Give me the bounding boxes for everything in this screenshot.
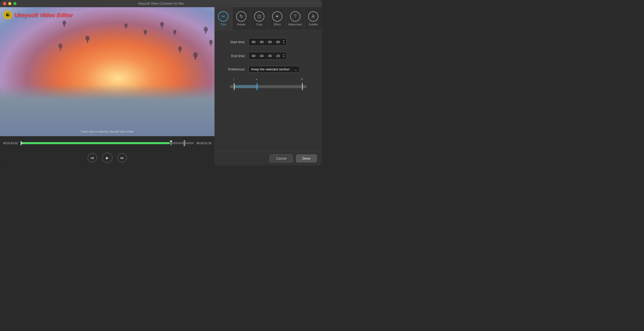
start-time-input[interactable]: : : : ▲ ▼ <box>248 38 287 46</box>
tab-effect-label: Effect <box>274 23 281 26</box>
trim-selected-region <box>234 85 257 88</box>
app-title: Ukeysoft Video Converter for Mac <box>138 2 184 5</box>
timeline-thumb[interactable] <box>169 141 173 146</box>
svg-rect-15 <box>126 27 126 29</box>
svg-rect-9 <box>210 44 211 46</box>
svg-point-0 <box>62 21 66 25</box>
close-button[interactable] <box>3 2 6 5</box>
trim-left-handle[interactable]: ] <box>234 83 235 90</box>
done-button[interactable]: Done <box>296 154 317 162</box>
balloons-decoration <box>0 7 214 136</box>
end-time-up[interactable]: ▲ <box>282 53 285 56</box>
tab-watermark[interactable]: ⊤ Watermark <box>286 7 304 30</box>
tab-subtitle[interactable]: A Subtitle <box>304 7 322 30</box>
svg-rect-19 <box>180 51 181 52</box>
end-seconds[interactable] <box>266 54 273 58</box>
svg-point-14 <box>124 23 128 27</box>
trim-play-position[interactable]: ▸ <box>257 83 257 90</box>
timeline-left-handle[interactable] <box>21 141 23 146</box>
timeline-track[interactable] <box>21 142 194 144</box>
trim-play-label: ▸ <box>256 78 257 81</box>
end-time-input[interactable]: : : : ▲ ▼ <box>248 52 287 60</box>
svg-point-10 <box>144 30 147 34</box>
end-hours[interactable] <box>250 54 257 58</box>
tab-effect[interactable]: ✦ Effect <box>268 7 286 30</box>
video-title: Ukeysoft Video Editor <box>14 12 73 19</box>
maximize-button[interactable] <box>13 2 16 5</box>
trim-bar-area: ] ▸ R <box>225 79 312 94</box>
svg-point-20 <box>58 43 62 49</box>
start-time-up[interactable]: ▲ <box>282 39 285 42</box>
start-time-down[interactable]: ▼ <box>282 42 285 44</box>
effect-icon: ✦ <box>272 11 282 22</box>
watermark-icon: ⊤ <box>290 11 300 22</box>
svg-rect-13 <box>87 41 88 43</box>
timeline-end-marker[interactable] <box>184 140 185 146</box>
tab-trim[interactable]: ✂ Trim <box>214 7 232 30</box>
svg-point-18 <box>178 46 182 51</box>
video-area: ☯ Ukeysoft Video Editor Travel video is … <box>0 7 214 136</box>
cancel-button[interactable]: Cancel <box>270 154 293 162</box>
start-seconds[interactable] <box>266 40 273 44</box>
next-button[interactable]: ⏭ <box>118 153 127 162</box>
end-ms[interactable] <box>275 54 281 58</box>
svg-point-12 <box>85 36 90 41</box>
title-bar: Ukeysoft Video Converter for Mac <box>0 0 322 7</box>
svg-rect-1 <box>64 25 65 27</box>
rotate-icon: ↻ <box>236 11 246 22</box>
controls-area: ⏮ ▶ ⏭ <box>0 150 214 166</box>
tab-watermark-label: Watermark <box>288 23 302 26</box>
preference-select-wrapper: Keep the selected section Delete the sel… <box>248 66 300 73</box>
end-time-label: End time: <box>225 54 245 58</box>
svg-rect-7 <box>205 32 206 34</box>
video-subtitle: Travel video is edited by Ukeysoft Video… <box>81 130 134 133</box>
tab-crop[interactable]: ⊡ Crop <box>251 7 269 30</box>
svg-point-6 <box>204 27 208 32</box>
svg-rect-11 <box>145 34 146 35</box>
svg-text:☯: ☯ <box>6 12 10 17</box>
svg-point-16 <box>193 52 198 58</box>
end-minutes[interactable] <box>258 54 265 58</box>
start-ms[interactable] <box>275 40 281 44</box>
svg-rect-17 <box>195 58 196 60</box>
play-button[interactable]: ▶ <box>102 153 112 163</box>
trim-track[interactable]: ] ▸ R <box>230 85 307 88</box>
end-time-down[interactable]: ▼ <box>282 56 285 58</box>
svg-point-2 <box>160 22 164 26</box>
right-panel: ✂ Trim ↻ Rotate ⊡ Crop ✦ Effect ⊤ Waterm… <box>214 7 322 166</box>
tab-trim-label: Trim <box>221 23 226 26</box>
video-panel: ☯ Ukeysoft Video Editor Travel video is … <box>0 7 214 166</box>
settings-panel: Start time: : : : ▲ ▼ End time: <box>214 30 322 151</box>
tab-rotate-label: Rotate <box>237 23 245 26</box>
traffic-lights <box>3 2 16 5</box>
start-hours[interactable] <box>250 40 257 44</box>
next-icon: ⏭ <box>120 156 124 160</box>
svg-point-4 <box>173 30 176 34</box>
svg-rect-3 <box>162 26 163 28</box>
timeline-progress <box>21 142 169 144</box>
end-time-row: End time: : : : ▲ ▼ <box>225 52 312 60</box>
bottom-buttons: Cancel Done <box>214 151 322 166</box>
end-time-label: 00:00:52.20 <box>196 142 211 145</box>
toolbar-tabs: ✂ Trim ↻ Rotate ⊡ Crop ✦ Effect ⊤ Waterm… <box>214 7 322 30</box>
end-time-spinner: ▲ ▼ <box>282 53 285 58</box>
main-container: ☯ Ukeysoft Video Editor Travel video is … <box>0 7 322 166</box>
svg-rect-21 <box>60 49 61 50</box>
timeline-area: 00:03:43.02 00:00:52.20 <box>0 136 214 150</box>
preference-label: Preference: <box>225 67 245 71</box>
crop-icon: ⊡ <box>254 11 264 22</box>
start-minutes[interactable] <box>258 40 265 44</box>
prev-button[interactable]: ⏮ <box>88 153 97 162</box>
minimize-button[interactable] <box>8 2 11 5</box>
trim-icon: ✂ <box>218 11 228 22</box>
trim-left-label: ] <box>234 78 234 81</box>
preference-select[interactable]: Keep the selected section Delete the sel… <box>248 66 300 73</box>
tab-subtitle-label: Subtitle <box>308 23 318 26</box>
preference-row: Preference: Keep the selected section De… <box>225 66 312 73</box>
trim-right-handle[interactable]: R <box>302 83 303 90</box>
subtitle-icon: A <box>308 11 318 22</box>
tab-rotate[interactable]: ↻ Rotate <box>232 7 251 30</box>
tab-crop-label: Crop <box>256 23 262 26</box>
current-time-label: 00:03:43.02 <box>3 142 18 145</box>
svg-rect-5 <box>174 34 175 35</box>
